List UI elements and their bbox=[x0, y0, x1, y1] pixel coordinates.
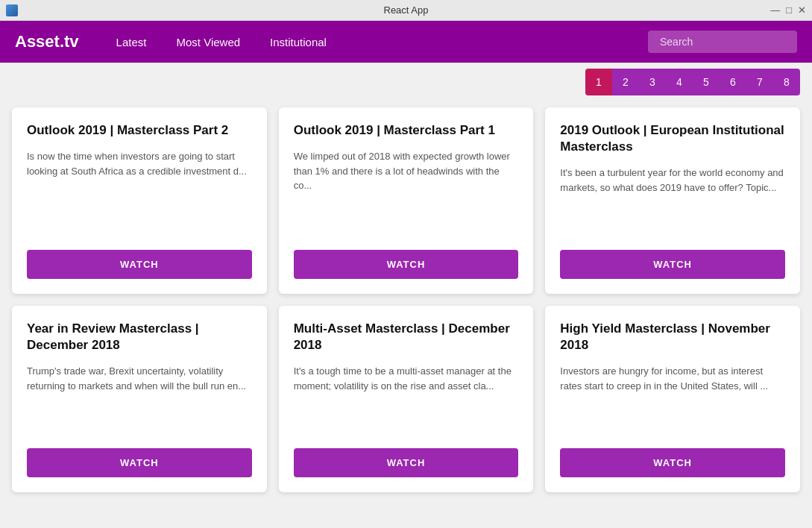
card-description: It's a tough time to be a multi-asset ma… bbox=[294, 364, 519, 433]
card-title: 2019 Outlook | European Institutional Ma… bbox=[560, 122, 785, 155]
brand-logo[interactable]: Asset.tv bbox=[15, 32, 79, 51]
maximize-button[interactable]: □ bbox=[786, 4, 792, 16]
close-button[interactable]: ✕ bbox=[798, 4, 806, 16]
card-description: Trump's trade war, Brexit uncertainty, v… bbox=[27, 364, 252, 433]
app-icon bbox=[6, 4, 18, 16]
card-title: Year in Review Masterclass | December 20… bbox=[27, 321, 252, 353]
watch-button[interactable]: WATCH bbox=[294, 448, 519, 477]
watch-button[interactable]: WATCH bbox=[27, 448, 252, 477]
card-title: Multi-Asset Masterclass | December 2018 bbox=[294, 321, 519, 353]
card-description: Investors are hungry for income, but as … bbox=[560, 364, 785, 433]
pagination-bar: 12345678 bbox=[0, 63, 812, 101]
card-item: Multi-Asset Masterclass | December 2018I… bbox=[279, 306, 534, 492]
cards-grid: Outlook 2019 | Masterclass Part 2Is now … bbox=[0, 101, 812, 504]
card-item: Outlook 2019 | Masterclass Part 2Is now … bbox=[12, 107, 267, 294]
search-input[interactable] bbox=[648, 31, 797, 53]
page-button-2[interactable]: 2 bbox=[612, 69, 639, 95]
page-button-1[interactable]: 1 bbox=[585, 69, 612, 95]
watch-button[interactable]: WATCH bbox=[560, 448, 785, 477]
watch-button[interactable]: WATCH bbox=[27, 250, 252, 279]
card-description: It's been a turbulent year for the world… bbox=[560, 166, 785, 235]
title-bar: React App — □ ✕ bbox=[0, 0, 812, 21]
page-button-3[interactable]: 3 bbox=[639, 69, 666, 95]
nav-latest[interactable]: Latest bbox=[116, 36, 147, 48]
minimize-button[interactable]: — bbox=[770, 4, 780, 16]
card-title: Outlook 2019 | Masterclass Part 1 bbox=[294, 122, 519, 139]
page-button-5[interactable]: 5 bbox=[693, 69, 720, 95]
nav-most-viewed[interactable]: Most Viewed bbox=[176, 36, 240, 48]
card-item: Year in Review Masterclass | December 20… bbox=[12, 306, 267, 492]
card-item: High Yield Masterclass | November 2018In… bbox=[545, 306, 800, 492]
navbar: Asset.tv Latest Most Viewed Institutiona… bbox=[0, 21, 812, 63]
title-bar-title: React App bbox=[384, 4, 429, 16]
card-title: Outlook 2019 | Masterclass Part 2 bbox=[27, 122, 252, 139]
page-button-8[interactable]: 8 bbox=[773, 69, 800, 95]
card-description: We limped out of 2018 with expected grow… bbox=[294, 149, 519, 235]
card-description: Is now the time when investors are going… bbox=[27, 149, 252, 235]
page-button-6[interactable]: 6 bbox=[720, 69, 746, 95]
watch-button[interactable]: WATCH bbox=[294, 250, 519, 279]
page-button-7[interactable]: 7 bbox=[746, 69, 773, 95]
card-item: Outlook 2019 | Masterclass Part 1We limp… bbox=[279, 107, 534, 294]
window-controls[interactable]: — □ ✕ bbox=[770, 4, 806, 16]
nav-institutional[interactable]: Institutional bbox=[270, 36, 327, 48]
card-item: 2019 Outlook | European Institutional Ma… bbox=[545, 107, 800, 294]
page-button-4[interactable]: 4 bbox=[666, 69, 693, 95]
watch-button[interactable]: WATCH bbox=[560, 250, 785, 279]
card-title: High Yield Masterclass | November 2018 bbox=[560, 321, 785, 353]
